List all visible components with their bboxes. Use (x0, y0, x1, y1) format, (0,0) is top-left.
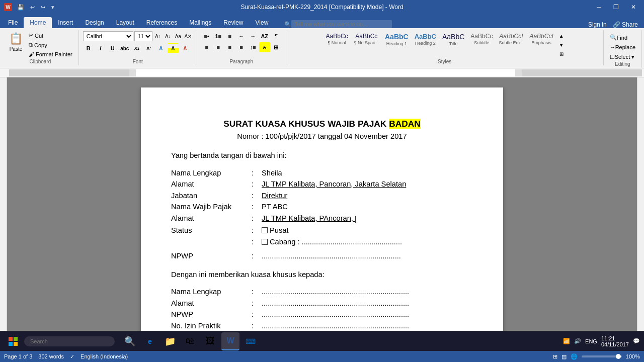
style-heading1[interactable]: AaBbC Heading 1 (382, 31, 411, 48)
pusat-checkbox[interactable] (262, 227, 268, 233)
undo-button[interactable]: ↩ (28, 3, 37, 12)
windows-logo (8, 336, 18, 346)
taskbar-edge[interactable]: e (141, 332, 159, 350)
find-label: Find (617, 35, 627, 41)
field-value-nama2: ........................................… (262, 287, 473, 297)
field-value-jabatan: Direktur (262, 191, 473, 201)
align-left-button[interactable]: ≡ (201, 42, 212, 52)
taskbar-search[interactable] (24, 336, 115, 346)
align-center-button[interactable]: ≡ (213, 42, 224, 52)
svg-rect-5 (14, 342, 18, 346)
text-highlight-button[interactable]: A (168, 43, 179, 53)
redo-button[interactable]: ↪ (39, 3, 47, 12)
svg-rect-2 (9, 337, 13, 341)
tab-file[interactable]: File (2, 17, 24, 28)
style-title[interactable]: AaBbC Title (440, 31, 467, 48)
document-scroll[interactable]: SURAT KUASA KHUSUS WAJIB PAJAK BADAN Nom… (7, 77, 637, 352)
align-right-button[interactable]: ≡ (224, 42, 235, 52)
replace-button[interactable]: ↔ Replace (608, 43, 637, 51)
select-button[interactable]: ☐ Select ▾ (608, 53, 637, 61)
minimize-button[interactable]: ─ (593, 3, 605, 12)
multilevel-list-button[interactable]: ≡ (224, 31, 235, 41)
increase-indent-button[interactable]: → (248, 31, 259, 41)
bullets-button[interactable]: ≡• (201, 31, 212, 41)
sort-button[interactable]: AZ (259, 31, 270, 41)
field-value-alamat1: JL TMP Kalibata, Pancoran, Jakarta Selat… (262, 179, 473, 190)
taskbar-vscode[interactable]: ⌨ (242, 332, 260, 350)
styles-scroll-up[interactable]: ▲ (557, 31, 566, 40)
copy-button[interactable]: ⧉ Copy (27, 41, 74, 49)
style-no-spacing[interactable]: AaBbCc ¶ No Spac... (352, 31, 381, 47)
cut-button[interactable]: ✂ Cut (27, 31, 74, 40)
superscript-button[interactable]: X² (143, 43, 154, 53)
taskbar-cortana[interactable]: 🔍 (121, 332, 139, 350)
bold-button[interactable]: B (83, 43, 94, 53)
styles-group: AaBbCc ¶ Normal AaBbCc ¶ No Spac... AaBb… (286, 30, 604, 65)
tell-me-input[interactable] (291, 20, 392, 28)
taskbar-items: 🔍 e 📁 🛍 🖼 W ⌨ (121, 332, 260, 350)
tab-review[interactable]: Review (217, 17, 249, 28)
find-button[interactable]: 🔍 Find (608, 33, 629, 42)
tab-mailings[interactable]: Mailings (183, 17, 217, 28)
style-normal[interactable]: AaBbCc ¶ Normal (324, 31, 351, 47)
title-text-part1: SURAT KUASA KHUSUS WAJIB PAJAK (223, 119, 389, 129)
field-status: Status : Pusat (171, 225, 473, 236)
underline-button[interactable]: U (107, 43, 118, 53)
cabang-checkbox[interactable] (262, 239, 268, 245)
tab-view[interactable]: View (250, 17, 275, 28)
justify-button[interactable]: ≡ (236, 42, 247, 52)
font-color-button[interactable]: A (180, 43, 191, 53)
sign-in-button[interactable]: Sign in (588, 21, 607, 28)
share-button[interactable]: 🔗 Share (613, 21, 638, 28)
field-npwp-2: NPWP : .................................… (171, 309, 473, 320)
taskbar-photos[interactable]: 🖼 (201, 332, 219, 350)
document-page[interactable]: SURAT KUASA KHUSUS WAJIB PAJAK BADAN Nom… (141, 87, 503, 352)
tab-design[interactable]: Design (79, 17, 110, 28)
start-button[interactable] (4, 334, 22, 348)
format-painter-button[interactable]: 🖌 Format Painter (27, 50, 74, 58)
font-size-select[interactable]: 11 (134, 31, 152, 41)
text-effects-button[interactable]: A (155, 43, 167, 53)
borders-button[interactable]: ⊞ (271, 42, 282, 52)
font-name-select[interactable]: Calibri (83, 31, 133, 41)
numbering-button[interactable]: 1≡ (213, 31, 224, 41)
taskbar-notification[interactable]: 💬 (633, 338, 640, 344)
italic-button[interactable]: I (95, 43, 106, 53)
subscript-button[interactable]: X₂ (131, 43, 142, 53)
font-row1: Calibri 11 A↑ A↓ Aa A✕ (83, 31, 193, 41)
tab-references[interactable]: References (140, 17, 183, 28)
decrease-font-button[interactable]: A↓ (164, 32, 173, 41)
para-row1: ≡• 1≡ ≡ ← → AZ ¶ (201, 31, 282, 41)
style-emphasis[interactable]: AaBbCcI Emphasis (527, 31, 555, 47)
ribbon: 📋 Paste ✂ Cut ⧉ Copy 🖌 Format Painter Cl… (0, 28, 644, 68)
restore-button[interactable]: ❐ (609, 3, 623, 12)
style-heading2[interactable]: AaBbC Heading 2 (412, 31, 439, 47)
editing-group: 🔍 Find ↔ Replace ☐ Select ▾ Editing (604, 30, 642, 68)
decrease-indent-button[interactable]: ← (236, 31, 247, 41)
shading-button[interactable]: A (259, 42, 270, 52)
tab-layout[interactable]: Layout (110, 17, 140, 28)
field-alamat-3: Alamat : ...............................… (171, 298, 473, 309)
show-marks-button[interactable]: ¶ (271, 31, 282, 41)
field-nama-lengkap-1: Nama Lengkap : Sheila (171, 168, 473, 178)
field-colon-alamat1: : (252, 179, 262, 190)
paste-button[interactable]: 📋 Paste (6, 31, 26, 53)
taskbar-word[interactable]: W (221, 332, 239, 350)
style-subtitle[interactable]: AaBbCc Subtitle (468, 31, 495, 47)
tab-home[interactable]: Home (24, 17, 52, 28)
change-case-button[interactable]: Aa (174, 32, 183, 41)
save-button[interactable]: 💾 (15, 3, 26, 12)
style-subtle-emphasis[interactable]: AaBbCcI Subtle Em... (496, 31, 526, 47)
taskbar-store[interactable]: 🛍 (181, 332, 199, 350)
line-spacing-button[interactable]: ↕≡ (248, 42, 259, 52)
customize-button[interactable]: ▾ (49, 3, 56, 12)
styles-expand[interactable]: ⊞ (557, 49, 566, 58)
clear-format-button[interactable]: A✕ (184, 32, 193, 41)
tab-insert[interactable]: Insert (52, 17, 79, 28)
strikethrough-button[interactable]: abc (119, 43, 130, 53)
close-button[interactable]: ✕ (627, 3, 640, 12)
styles-scroll-down[interactable]: ▼ (557, 40, 566, 49)
increase-font-button[interactable]: A↑ (153, 32, 163, 41)
taskbar-file-explorer[interactable]: 📁 (161, 332, 179, 350)
clipboard-group: 📋 Paste ✂ Cut ⧉ Copy 🖌 Format Painter Cl… (2, 30, 79, 65)
